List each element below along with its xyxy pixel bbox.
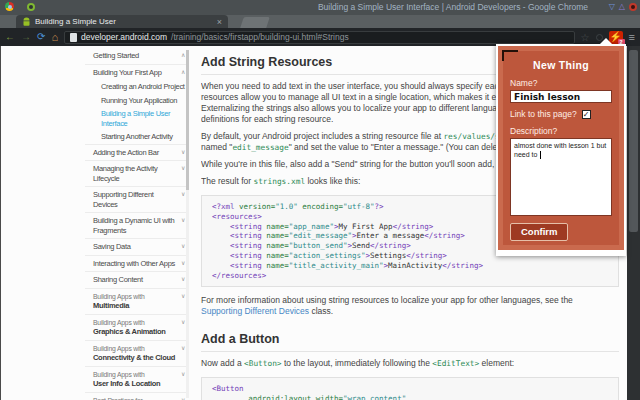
paragraph-line: Now add a <Button> to the layout, immedi… xyxy=(201,358,619,369)
back-icon[interactable]: ← xyxy=(5,30,15,44)
text-run: </string> xyxy=(406,251,447,260)
sidebar-item-sub-label: Best Practices for xyxy=(93,396,176,400)
text-run: "1.0" xyxy=(275,202,298,211)
text-run: <string xyxy=(230,261,262,270)
sidebar-item[interactable]: Saving Data∨ xyxy=(85,238,188,255)
sidebar-item[interactable]: Adding the Action Bar∨ xyxy=(85,144,188,161)
sidebar-item[interactable]: Running Your Application xyxy=(85,94,188,108)
sidebar-item-label: Building Your First App xyxy=(93,68,176,78)
browser-tab[interactable]: Building a Simple User × xyxy=(16,15,228,28)
url-bar[interactable]: developer.android.com/training/basics/fi… xyxy=(64,31,575,44)
url-path: /training/basics/firstapp/building-ui.ht… xyxy=(171,32,349,42)
code-block: <Button android:layout_width="wrap_conte… xyxy=(201,377,619,400)
chevron-down-icon: ∨ xyxy=(181,275,185,285)
menu-hamburger-icon[interactable]: ≡ xyxy=(629,31,635,43)
sidebar-item[interactable]: Building a Simple User Interface xyxy=(85,107,188,130)
chevron-down-icon: ∨ xyxy=(181,164,185,174)
home-icon[interactable]: ⌂ xyxy=(51,30,58,44)
bookmark-star-icon[interactable]: ☆ xyxy=(581,32,590,43)
window-titlebar: Building a Simple User Interface | Andro… xyxy=(0,0,640,15)
sidebar-item-label: Sharing Content xyxy=(93,275,176,285)
sidebar-item-label: Graphics & Animation xyxy=(93,327,176,337)
confirm-button[interactable]: Confirm xyxy=(510,223,568,241)
chevron-down-icon: ∨ xyxy=(181,190,185,200)
chevron-down-icon: ∨ xyxy=(181,242,185,252)
text-run: </string> xyxy=(442,261,483,270)
text-run: looks like this: xyxy=(305,176,360,186)
text-run: Enter a message xyxy=(357,231,425,240)
paragraph-line: For more information about using string … xyxy=(201,295,619,306)
sidebar-item[interactable]: Building Apps withGraphics & Animation∨ xyxy=(85,314,188,340)
code-line: <string name="title_activity_main">MainA… xyxy=(212,261,608,271)
url-domain: developer.android.com xyxy=(81,32,167,42)
window-title: Building a Simple User Interface | Andro… xyxy=(318,2,588,12)
sidebar-item[interactable]: Interacting with Other Apps∨ xyxy=(85,255,188,272)
chevron-down-icon: ∨ xyxy=(181,259,185,269)
link-to-page-label: Link to this page? xyxy=(510,109,577,119)
text-run: element: xyxy=(479,358,514,368)
tab-close-icon[interactable]: × xyxy=(217,17,222,27)
window-minimize-button[interactable]: ▽ xyxy=(609,1,615,13)
text-run xyxy=(212,231,230,240)
forward-icon[interactable]: → xyxy=(21,30,31,44)
sidebar-item[interactable]: Building a Dynamic UI with Fragments∨ xyxy=(85,212,188,238)
sidebar-item-label: User Info & Location xyxy=(93,379,176,389)
text-cursor xyxy=(540,151,541,159)
description-textarea[interactable]: almost done with lesson 1 but need to xyxy=(510,138,612,216)
sidebar-item[interactable]: Building Apps withUser Info & Location∨ xyxy=(85,366,188,392)
text-run: "action_settings" xyxy=(289,251,366,260)
sidebar-item-sub-label: Building Apps with xyxy=(93,318,176,328)
sidebar-item[interactable]: Getting Started∧ xyxy=(85,48,188,64)
page-scrollbar-thumb[interactable] xyxy=(629,50,638,232)
text-run: name= xyxy=(262,261,289,270)
android-favicon-icon xyxy=(22,17,31,27)
link-checkbox[interactable]: ✓ xyxy=(582,110,591,119)
text-run: My First App xyxy=(338,222,392,231)
sidebar-item[interactable]: Building Your First App∧ xyxy=(85,64,188,81)
sidebar-item[interactable]: Managing the Activity Lifecycle∨ xyxy=(85,160,188,186)
sidebar-item[interactable]: Sharing Content∨ xyxy=(85,271,188,288)
text-run: android:layout_width= xyxy=(248,394,343,400)
popup-corner-artifact xyxy=(502,50,518,61)
sidebar-scrollbar[interactable] xyxy=(186,50,189,398)
text-run: <Button xyxy=(212,384,244,393)
code-line: <Button xyxy=(212,384,608,394)
sidebar-item[interactable]: Building Apps withConnectivity & the Clo… xyxy=(85,340,188,366)
text-run: named " xyxy=(201,142,232,152)
sidebar-item[interactable]: Best Practices forInteraction & Engageme… xyxy=(85,392,188,400)
sidebar-item-label: Getting Started xyxy=(93,51,176,61)
text-run: class. xyxy=(309,306,333,316)
sidebar-item-label: Creating an Android Project xyxy=(101,82,186,92)
text-run: "utf-8" xyxy=(343,202,375,211)
sidebar-item[interactable]: Supporting Different Devices∨ xyxy=(85,186,188,212)
sidebar-item-sub-label: Building Apps with xyxy=(93,370,176,380)
inline-link[interactable]: Supporting Different Devices xyxy=(201,306,309,316)
sidebar-item-label: Connectivity & the Cloud xyxy=(93,353,176,363)
popup-anchor-arrow xyxy=(600,38,612,44)
reload-icon[interactable]: ⟳ xyxy=(37,30,45,44)
sidebar-item[interactable]: Building Apps withMultimedia∨ xyxy=(85,288,188,314)
inline-code: <EditText> xyxy=(432,359,479,368)
extension-popup: New Thing Name? Link to this page? ✓ Des… xyxy=(496,44,626,256)
sidebar-item[interactable]: Starting Another Activity xyxy=(85,130,188,144)
text-run: "button_send" xyxy=(289,241,348,250)
window-maximize-button[interactable]: △ xyxy=(619,1,625,13)
sidebar-item-label: Multimedia xyxy=(93,301,176,311)
text-run: definitions for each string resource. xyxy=(201,114,333,124)
text-run: </string> xyxy=(370,241,411,250)
sidebar-nav: Getting Started∧Building Your First App∧… xyxy=(85,48,188,400)
sidebar-item-label: Running Your Application xyxy=(101,96,186,106)
text-run: While you're in this file, also add a "S… xyxy=(201,159,524,169)
sidebar-item-label: Interacting with Other Apps xyxy=(93,259,176,269)
chevron-down-icon: ∨ xyxy=(181,292,185,302)
popup-title: New Thing xyxy=(503,59,619,71)
name-input[interactable] xyxy=(510,90,612,103)
window-close-button[interactable] xyxy=(629,3,637,11)
chevron-down-icon: ∨ xyxy=(181,396,185,400)
new-tab-button[interactable] xyxy=(240,17,270,28)
text-run: "app_name" xyxy=(289,222,334,231)
text-run xyxy=(212,241,230,250)
sidebar-item[interactable]: Creating an Android Project xyxy=(85,80,188,94)
chevron-down-icon: ∨ xyxy=(181,216,185,226)
page-scrollbar[interactable] xyxy=(627,46,640,400)
